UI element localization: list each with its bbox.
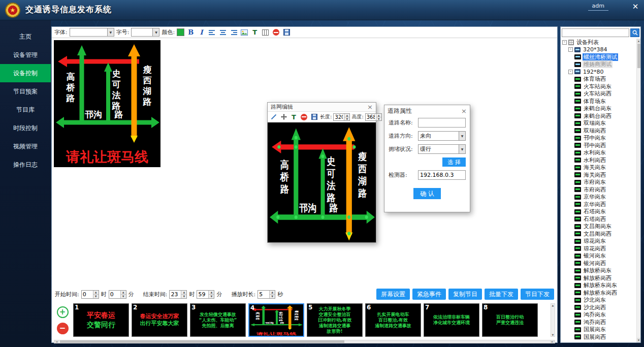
tree-expander-icon[interactable]: - [568,47,573,52]
user-menu[interactable]: adm [588,3,608,11]
tree-expander-icon[interactable]: - [568,70,573,74]
confirm-button[interactable]: 确 认 [413,188,441,199]
color-swatch[interactable] [177,28,184,36]
insert-image-button[interactable] [240,28,248,37]
tree-item[interactable]: 琼花岗西 [561,245,636,253]
road-name-input[interactable] [418,118,466,128]
tree-item[interactable]: 维扬商测试 [561,61,636,69]
tree-item[interactable]: 银河岗东 [561,253,636,260]
device-tree-scrollbar[interactable]: ▲ ▼ [636,39,640,342]
horizontal-scroll-bar[interactable]: ◄ ► [54,340,555,343]
spin-down-icon[interactable]: ▼ [270,295,275,298]
tree-item[interactable]: 邗中岗东 [561,135,636,142]
tree-item[interactable]: 解放桥东岗西 [561,289,636,297]
tree-item[interactable]: 国展岗西 [561,333,636,341]
tree-item[interactable]: 体育场东 [561,98,636,105]
tree-item[interactable]: 沙北岗东 [561,297,636,304]
tree-item[interactable]: 解放桥岗东 [561,267,636,275]
remove-program-button[interactable]: − [57,323,69,334]
playlist-item[interactable]: 4请礼让斑马线 [248,303,304,337]
tree-item[interactable]: 火车站岗东 [561,83,636,90]
congestion-select[interactable]: 缓行▼ [418,144,466,154]
tree-item[interactable]: 文昌阁岗西 [561,230,636,238]
tree-item[interactable]: 鸿乔岗西 [561,319,636,326]
playlist-item[interactable]: 7依法治理非标车辆净化城市交通环境 [424,303,479,337]
sidebar-item-operation-log[interactable]: 操作日志 [0,155,51,174]
start-minute-input[interactable] [109,291,120,298]
spin-up-icon[interactable]: ▲ [376,114,381,117]
road-direction-select[interactable]: 来向▼ [418,131,466,141]
columns-button[interactable] [261,28,270,37]
tree-item[interactable]: 京华岗东 [561,194,636,201]
tree-item[interactable]: 解放桥岗西 [561,274,636,282]
spin-up-icon[interactable]: ▲ [121,291,126,295]
close-window-button[interactable]: ✕ [630,2,641,12]
select-detector-button[interactable]: 选 择 [442,157,466,167]
end-hour-spinner[interactable]: ▲▼ [169,290,187,299]
close-icon[interactable]: × [461,108,467,114]
tree-item[interactable]: 双瑞岗东 [561,120,636,128]
height-input[interactable] [366,114,376,120]
copy-program-button[interactable]: 复制节目 [448,289,482,300]
tree-item[interactable]: 火车站岗西 [561,90,636,98]
tree-item[interactable]: 双瑞岗西 [561,127,636,135]
sidebar-item-device-control[interactable]: 设备控制 [0,64,51,82]
end-minute-spinner[interactable]: ▲▼ [197,290,214,299]
playlist-item[interactable]: 1平安春运交警同行 [73,303,129,337]
spin-down-icon[interactable]: ▼ [93,295,99,298]
tree-item[interactable]: 银河岗西 [561,260,636,267]
scroll-up-icon[interactable]: ▲ [552,304,554,307]
tree-root[interactable]: -设备列表 [561,39,636,46]
italic-button[interactable]: I [197,28,206,37]
scrollbar-thumb[interactable] [60,340,344,343]
playlist-item[interactable]: 8百日整治行动严查交通违法 [482,303,538,337]
length-spinner[interactable]: ▲▼ [333,113,350,121]
draw-line-button[interactable] [269,113,278,121]
sidebar-item-program-plan[interactable]: 节目预案 [0,82,51,101]
no-entry-button[interactable] [272,28,280,37]
spin-up-icon[interactable]: ▲ [270,291,275,295]
start-hour-spinner[interactable]: ▲▼ [81,290,99,299]
save-roadnet-button[interactable] [310,113,318,121]
tree-item[interactable]: 石塔岗西 [561,215,636,223]
close-icon[interactable]: × [367,104,373,110]
start-minute-spinner[interactable]: ▲▼ [109,290,126,299]
tree-item[interactable]: 解放桥东岗东 [561,282,636,290]
tree-expander-icon[interactable]: - [562,40,567,45]
start-hour-input[interactable] [82,291,93,298]
spin-down-icon[interactable]: ▼ [209,295,214,298]
tree-item[interactable]: 京华岗西 [561,201,636,208]
tree-item[interactable]: 水利岗东 [561,149,636,157]
duration-spinner[interactable]: ▲▼ [257,290,275,299]
scroll-left-icon[interactable]: ◄ [54,340,59,343]
program-send-button[interactable]: 节目下发 [521,289,554,300]
scroll-up-icon[interactable]: ▲ [637,39,640,43]
align-center-button[interactable] [218,28,227,37]
tree-item[interactable]: 市府岗西 [561,186,636,194]
save-button[interactable] [282,28,291,37]
roadnet-dialog-titlebar[interactable]: 路网编辑 × [268,103,376,112]
tree-item[interactable]: 来鹤台岗西 [561,112,636,120]
spin-down-icon[interactable]: ▼ [376,117,381,120]
tree-item[interactable]: 海关岗西 [561,171,636,179]
spin-up-icon[interactable]: ▲ [93,291,99,295]
batch-send-button[interactable]: 批量下发 [485,289,518,300]
tree-item[interactable]: 文昌阁岗东 [561,223,636,231]
sidebar-item-time-control[interactable]: 时段控制 [0,119,51,137]
spin-up-icon[interactable]: ▲ [181,291,186,295]
spin-down-icon[interactable]: ▼ [344,117,349,120]
bold-button[interactable]: B [186,28,195,37]
font-size-select[interactable]: ▼ [131,28,159,37]
tree-item[interactable]: 水利岗西 [561,156,636,164]
emergency-event-button[interactable]: 紧急事件 [412,289,446,300]
sidebar-item-device-management[interactable]: 设备管理 [0,46,51,64]
tree-item[interactable]: 琼花岗东 [561,238,636,245]
move-button[interactable] [279,113,288,121]
tree-item[interactable]: 沙北岗西 [561,304,636,311]
playlist-item[interactable]: 6扎实开展电动车百日整治,有效遏制道路交通事故 [365,303,421,337]
duration-input[interactable] [258,291,269,298]
text-tool-button[interactable]: T [289,113,298,121]
detector-input[interactable] [418,170,466,180]
tree-group[interactable]: -192*80 [561,68,636,76]
spin-down-icon[interactable]: ▼ [181,295,186,298]
